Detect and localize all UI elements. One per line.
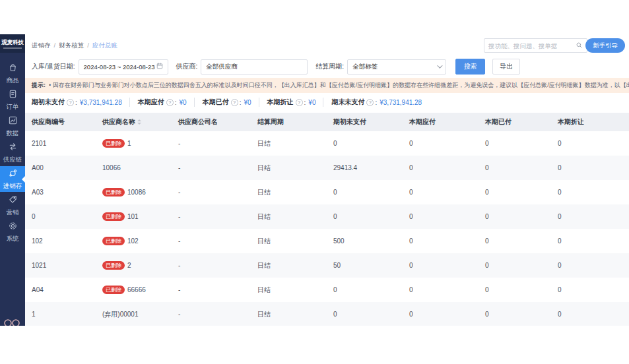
cell-current-payable: 0 [403,189,479,196]
colon [175,99,180,106]
cell-company-name: - [172,140,251,147]
gear-icon [8,221,18,233]
cell-settlement-cycle: 日结 [251,188,327,197]
cell-current-paid: 0 [479,140,551,147]
exchange-arrows-icon [8,142,18,154]
cell-company-name: - [172,164,251,171]
app-logo-subline [3,47,22,49]
date-range-picker[interactable]: 2024-08-23 ~ 2024-08-23 [79,59,168,75]
deleted-badge: 已删除 [102,261,125,270]
notice-bar: 提示: • 因存在财务部门与业务部门对小数点后三位的数据四舍五入的标准以及时间口… [25,78,629,93]
supplier-filter[interactable] [201,59,308,75]
breadcrumb-finance[interactable]: 财务核算 [59,42,92,50]
stat-current-paid: 本期已付 ¥0 [194,98,251,107]
stat-label: 本期折让 [267,98,294,107]
cell-current-paid: 0 [479,262,551,269]
order-document-icon [8,89,18,102]
sidebar-item-goods[interactable]: 商品 [0,61,25,86]
table-row[interactable]: 102 已删除102 - 日结 500 0 0 0 [25,229,629,253]
table-row[interactable]: 2101 已删除1 - 日结 0 0 0 0 [25,131,629,156]
date-filter-label: 入库/退货日期: [32,62,75,71]
stat-label: 本期已付 [203,98,229,107]
deleted-badge: 已删除 [102,188,125,197]
cell-supplier-name: 已删除102 [96,237,172,245]
cell-company-name: - [172,237,251,245]
notice-text: • 因存在财务部门与业务部门对小数点后三位的数据四舍五入的标准以及时间口径不同，… [49,81,629,90]
breadcrumb-inventory[interactable]: 进销存 [32,42,59,50]
supplier-filter-input[interactable] [206,63,302,71]
cell-company-name: - [172,262,251,269]
sidebar-item-marketing[interactable]: 营销 [0,193,25,218]
sidebar-item-label: 营销 [7,208,19,217]
chart-icon [8,115,18,128]
main-content: 进销存 财务核算 应付总账 新手引导 入库/退货日期: 2024-08-23 ~… [25,34,629,326]
cell-current-discount: 0 [551,311,629,318]
headset-support-icon[interactable] [2,318,23,326]
table-row[interactable]: A00 已删除10066 - 日结 29413.4 0 0 0 [25,156,629,180]
help-icon[interactable] [166,99,174,106]
table-row[interactable]: A03 已删除10086 - 日结 0 0 0 0 [25,180,629,204]
deleted-badge: 已删除 [102,237,125,245]
help-icon[interactable] [231,99,238,106]
topbar: 进销存 财务核算 应付总账 新手引导 [25,34,629,57]
network-share-icon [8,168,18,181]
sidebar-item-data[interactable]: 数据 [0,113,25,139]
col-company-name: 供应商公司名 [172,117,251,127]
table-row[interactable]: A04 已删除66666 - 日结 0 0 0 0 [25,278,629,302]
col-begin-unpaid: 期初未支付 [327,117,403,127]
sidebar-item-label: 订单 [7,103,19,111]
filter-bar: 入库/退货日期: 2024-08-23 ~ 2024-08-23 供应商: 结算… [25,57,629,76]
cell-current-paid: 0 [479,213,551,220]
cell-settlement-cycle: 日结 [251,286,327,295]
sort-icon[interactable] [137,119,141,125]
cell-company-name: - [172,311,251,318]
summary-bar: 期初未支付 ¥3,731,941.28 本期应付 ¥0 本期已付 ¥0 本期折让… [25,93,629,111]
app-logo: 观麦科技 [0,34,25,53]
stat-label: 期末未支付 [331,98,364,107]
supplier-name-text: 66666 [127,286,146,293]
export-button[interactable]: 导出 [492,59,520,75]
cell-supplier-code: A00 [25,164,96,171]
cell-current-discount: 0 [551,237,629,245]
cell-current-payable: 0 [403,213,479,220]
stat-value: ¥0 [180,99,187,106]
supplier-filter-label: 供应商: [176,62,198,71]
table-row[interactable]: 1 已删除(弃用)00001 - 日结 0 0 0 0 [25,302,629,326]
sidebar: 观麦科技 商品 订单 数据 供应链 进销存 [0,34,25,326]
help-icon[interactable] [67,99,74,106]
calendar-icon [156,63,163,71]
cell-current-payable: 0 [403,311,479,318]
cell-settlement-cycle: 日结 [251,310,327,319]
app-window: 观麦科技 商品 订单 数据 供应链 进销存 [0,34,629,326]
cell-current-payable: 0 [403,140,479,147]
global-search[interactable] [484,38,587,53]
col-supplier-code: 供应商编号 [25,117,96,127]
cell-current-paid: 0 [479,189,551,196]
settlement-cycle-select[interactable]: 全部标签 [347,59,446,75]
table-row[interactable]: 1021 已删除2 - 日结 50 0 0 0 [25,253,629,278]
payable-ledger-table: 供应商编号 供应商名称 供应商公司名 结算周期 期初未支付 本期应付 本期已付 … [25,113,629,326]
search-button[interactable]: 搜索 [455,59,485,75]
cell-current-paid: 0 [479,286,551,293]
stat-label: 期初未支付 [32,98,65,107]
global-search-input[interactable] [488,42,576,49]
cell-supplier-name: 已删除10066 [96,164,172,171]
newbie-guide-button[interactable]: 新手引导 [585,38,625,53]
cell-current-paid: 0 [479,164,551,171]
stat-label: 本期应付 [138,98,164,107]
help-icon[interactable] [296,99,303,106]
colon [75,99,80,106]
sidebar-item-system[interactable]: 系统 [0,219,25,245]
col-current-paid: 本期已付 [479,117,551,127]
help-icon[interactable] [366,99,374,106]
cell-settlement-cycle: 日结 [251,164,327,173]
supplier-name-text: 10066 [102,164,121,171]
cell-company-name: - [172,213,251,220]
stat-end-unpaid: 期末未支付 ¥3,731,941.28 [323,98,422,107]
sidebar-item-supply-chain[interactable]: 供应链 [0,140,25,166]
cell-current-discount: 0 [551,213,629,220]
supplier-name-text: 2 [127,262,131,269]
sidebar-item-orders[interactable]: 订单 [0,87,25,113]
table-row[interactable]: 0 已删除101 - 日结 0 0 0 0 [25,204,629,229]
sidebar-item-inventory[interactable]: 进销存 [0,166,25,192]
